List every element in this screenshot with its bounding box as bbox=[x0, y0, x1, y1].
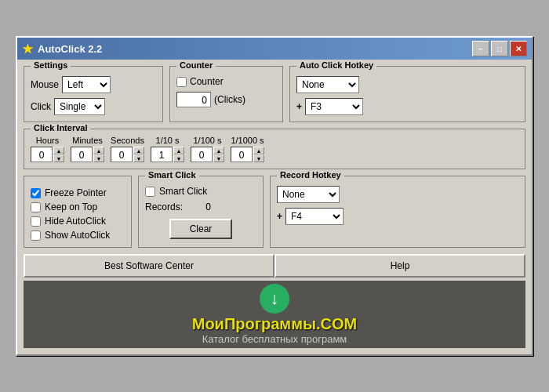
minutes-down[interactable]: ▼ bbox=[93, 154, 104, 162]
tenths-value: 1 bbox=[151, 147, 173, 162]
freeze-label: Freeze Pointer bbox=[45, 187, 107, 198]
thousandths-value: 0 bbox=[231, 147, 253, 162]
hundredths-label: 1/100 s bbox=[193, 136, 221, 145]
mouse-label: Mouse bbox=[31, 79, 59, 90]
minutes-up[interactable]: ▲ bbox=[93, 147, 104, 154]
maximize-button[interactable]: □ bbox=[491, 41, 508, 56]
show-checkbox[interactable] bbox=[31, 230, 41, 241]
click-interval-group: Click Interval Hours 0 ▲ ▼ Minutes bbox=[24, 129, 525, 169]
star-icon: ★ bbox=[22, 42, 33, 56]
hours-up[interactable]: ▲ bbox=[53, 147, 64, 154]
thousandths-label: 1/1000 s bbox=[231, 136, 264, 145]
hotkey-group: Auto Click Hotkey None Ctrl Alt Shift + … bbox=[289, 66, 525, 122]
hundredths-spinner: 0 ▲ ▼ bbox=[191, 147, 224, 162]
best-software-button[interactable]: Best Software Center bbox=[24, 254, 274, 278]
thousandths-col: 1/1000 s 0 ▲ ▼ bbox=[231, 136, 264, 162]
titlebar-left: ★ AutoClick 2.2 bbox=[22, 42, 102, 56]
counter-group: Counter Counter 0 (Clicks) bbox=[169, 66, 283, 122]
seconds-down[interactable]: ▼ bbox=[133, 154, 144, 162]
close-button[interactable]: ✕ bbox=[510, 41, 527, 56]
hotkey-plus: + bbox=[296, 101, 302, 112]
minutes-spinner: 0 ▲ ▼ bbox=[71, 147, 104, 162]
click-label: Click bbox=[31, 101, 51, 112]
click-select[interactable]: Single Double bbox=[54, 98, 105, 115]
tenths-spinner: 1 ▲ ▼ bbox=[151, 147, 184, 162]
tenths-spin-btns: ▲ ▼ bbox=[173, 147, 184, 162]
minutes-spin-btns: ▲ ▼ bbox=[93, 147, 104, 162]
keep-row: Keep on Top bbox=[31, 201, 125, 212]
seconds-col: Seconds 0 ▲ ▼ bbox=[111, 136, 144, 162]
thousandths-spin-btns: ▲ ▼ bbox=[253, 147, 264, 162]
bottom-buttons: Best Software Center Help bbox=[24, 254, 525, 278]
settings-group: Settings Mouse Left Right Middle Click S… bbox=[24, 66, 163, 122]
hundredths-value: 0 bbox=[191, 147, 213, 162]
seconds-up[interactable]: ▲ bbox=[133, 147, 144, 154]
top-section: Settings Mouse Left Right Middle Click S… bbox=[24, 66, 525, 122]
bottom-section: Freeze Pointer Keep on Top Hide AutoClic… bbox=[24, 176, 525, 248]
hours-value: 0 bbox=[31, 147, 53, 162]
hundredths-down[interactable]: ▼ bbox=[213, 154, 224, 162]
freeze-checkbox[interactable] bbox=[31, 188, 41, 198]
minutes-col: Minutes 0 ▲ ▼ bbox=[71, 136, 104, 162]
smart-click-label: Smart Click bbox=[145, 170, 199, 180]
watermark-area: ↓ МоиПрограммы.COM Каталог бесплатных пр… bbox=[24, 281, 525, 348]
settings-group-label: Settings bbox=[31, 60, 71, 70]
hotkey-combo1-select[interactable]: None Ctrl Alt Shift bbox=[296, 76, 359, 93]
hours-spin-btns: ▲ ▼ bbox=[53, 147, 64, 162]
main-window: ★ AutoClick 2.2 − □ ✕ Settings Mouse Lef… bbox=[16, 36, 533, 356]
clear-button[interactable]: Clear bbox=[169, 219, 232, 239]
records-label: Records: bbox=[145, 201, 183, 212]
minimize-button[interactable]: − bbox=[472, 41, 489, 56]
thousandths-down[interactable]: ▼ bbox=[253, 154, 264, 162]
watermark: ↓ МоиПрограммы.COM Каталог бесплатных пр… bbox=[24, 281, 525, 348]
tenths-up[interactable]: ▲ bbox=[173, 147, 184, 154]
thousandths-up[interactable]: ▲ bbox=[253, 147, 264, 154]
record-hotkey-group: Record Hotkey None Ctrl Alt Shift + F1F2… bbox=[270, 176, 525, 248]
seconds-label: Seconds bbox=[111, 136, 144, 145]
smart-click-checkbox-label: Smart Click bbox=[159, 186, 207, 197]
options-group: Freeze Pointer Keep on Top Hide AutoClic… bbox=[24, 176, 132, 248]
hours-label: Hours bbox=[36, 136, 59, 145]
show-label: Show AutoClick bbox=[45, 230, 110, 241]
interval-cols: Hours 0 ▲ ▼ Minutes 0 ▲ bbox=[31, 136, 518, 162]
hours-down[interactable]: ▼ bbox=[53, 154, 64, 162]
help-button[interactable]: Help bbox=[274, 254, 525, 278]
tenths-col: 1/10 s 1 ▲ ▼ bbox=[151, 136, 184, 162]
counter-group-label: Counter bbox=[176, 60, 216, 70]
mouse-select[interactable]: Left Right Middle bbox=[62, 76, 111, 93]
record-combo2-select[interactable]: F1F2F3F4 F5F6F7F8 F9F10F11F12 bbox=[285, 208, 344, 225]
hours-spinner: 0 ▲ ▼ bbox=[31, 147, 64, 162]
freeze-row: Freeze Pointer bbox=[31, 187, 125, 198]
watermark-icon: ↓ bbox=[260, 284, 289, 314]
smart-click-checkbox[interactable] bbox=[145, 187, 155, 197]
record-hotkey-label: Record Hotkey bbox=[277, 170, 344, 180]
keep-checkbox[interactable] bbox=[31, 202, 41, 212]
counter-checkbox[interactable] bbox=[176, 77, 187, 87]
content-area: Settings Mouse Left Right Middle Click S… bbox=[17, 60, 532, 354]
minutes-label: Minutes bbox=[72, 136, 103, 145]
show-row: Show AutoClick bbox=[31, 230, 125, 241]
hotkey-combo2-select[interactable]: F1F2F3F4 F5F6F7F8 F9F10F11F12 bbox=[305, 98, 363, 115]
seconds-value: 0 bbox=[111, 147, 133, 162]
tenths-down[interactable]: ▼ bbox=[173, 154, 184, 162]
counter-checkbox-label: Counter bbox=[190, 76, 224, 87]
clear-btn-wrap: Clear bbox=[145, 219, 256, 239]
keep-label: Keep on Top bbox=[45, 201, 97, 212]
checkboxes-wrap: Freeze Pointer Keep on Top Hide AutoClic… bbox=[31, 187, 125, 241]
minutes-value: 0 bbox=[71, 147, 93, 162]
titlebar: ★ AutoClick 2.2 − □ ✕ bbox=[17, 38, 532, 60]
titlebar-buttons: − □ ✕ bbox=[472, 41, 527, 56]
counter-value: 0 bbox=[176, 92, 211, 107]
record-combo1-select[interactable]: None Ctrl Alt Shift bbox=[277, 186, 340, 203]
hide-label: Hide AutoClick bbox=[45, 216, 106, 227]
records-row: Records: 0 bbox=[145, 201, 256, 212]
hide-checkbox[interactable] bbox=[31, 216, 41, 227]
hotkey-group-label: Auto Click Hotkey bbox=[296, 60, 376, 70]
window-title: AutoClick 2.2 bbox=[38, 43, 102, 55]
seconds-spin-btns: ▲ ▼ bbox=[133, 147, 144, 162]
click-interval-label: Click Interval bbox=[31, 123, 90, 132]
watermark-main: МоиПрограммы.COM bbox=[192, 315, 358, 333]
hundredths-up[interactable]: ▲ bbox=[213, 147, 224, 154]
hide-row: Hide AutoClick bbox=[31, 216, 125, 227]
thousandths-spinner: 0 ▲ ▼ bbox=[231, 147, 264, 162]
